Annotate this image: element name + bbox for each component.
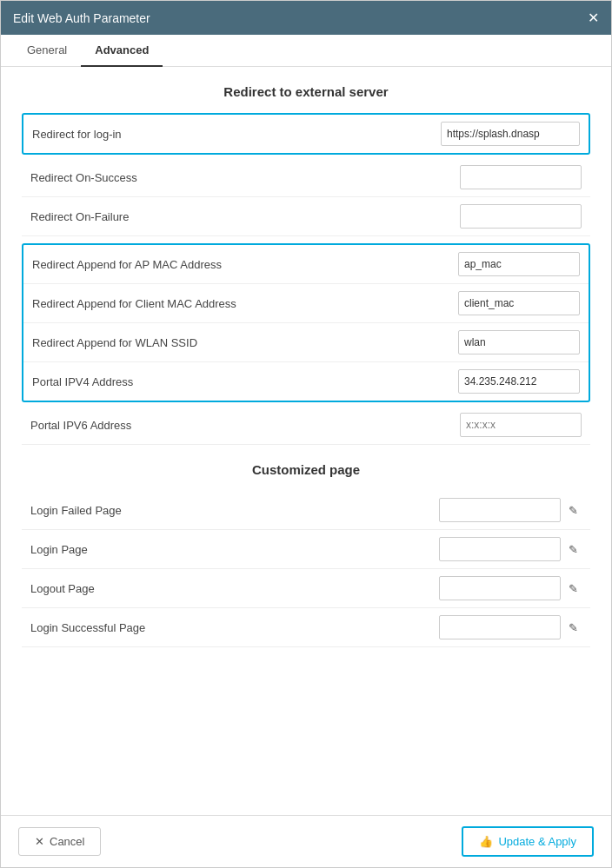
logout-page-edit-icon[interactable]: ✎ — [564, 580, 582, 597]
external-server-title: Redirect to external server — [22, 84, 590, 99]
login-failed-label: Login Failed Page — [30, 504, 439, 517]
login-success-row: Login Successful Page ✎ — [22, 608, 590, 647]
cancel-label: Cancel — [50, 835, 84, 848]
tab-advanced[interactable]: Advanced — [81, 35, 163, 67]
modal-footer: ✕ Cancel 👍 Update & Apply — [1, 815, 611, 867]
ipv6-label: Portal IPV6 Address — [30, 419, 460, 432]
customized-page-title: Customized page — [22, 462, 590, 477]
login-success-label: Login Successful Page — [30, 621, 439, 634]
redirect-login-group: Redirect for log-in — [22, 113, 590, 155]
client-mac-label: Redirect Append for Client MAC Address — [32, 297, 458, 310]
logout-page-input-group: ✎ — [439, 576, 582, 600]
modal-header: Edit Web Auth Parameter ✕ — [1, 1, 611, 35]
wlan-ssid-label: Redirect Append for WLAN SSID — [32, 336, 458, 349]
client-mac-row: Redirect Append for Client MAC Address — [23, 284, 589, 323]
login-failed-input[interactable] — [439, 498, 561, 522]
login-failed-row: Login Failed Page ✎ — [22, 491, 590, 530]
redirect-failure-input[interactable] — [460, 204, 582, 229]
redirect-success-label: Redirect On-Success — [30, 171, 460, 184]
modal-body: Redirect to external server Redirect for… — [1, 67, 611, 815]
ap-mac-row: Redirect Append for AP MAC Address — [23, 245, 589, 284]
login-success-edit-icon[interactable]: ✎ — [564, 619, 582, 636]
close-icon[interactable]: ✕ — [588, 10, 599, 26]
logout-page-input[interactable] — [439, 576, 561, 600]
redirect-login-row: Redirect for log-in — [23, 115, 589, 153]
client-mac-input[interactable] — [458, 291, 580, 315]
login-page-input[interactable] — [439, 537, 561, 561]
redirect-login-label: Redirect for log-in — [32, 128, 441, 141]
ipv4-label: Portal IPV4 Address — [32, 375, 458, 388]
wlan-ssid-row: Redirect Append for WLAN SSID — [23, 323, 589, 362]
ap-mac-input[interactable] — [458, 252, 580, 276]
ipv6-input[interactable] — [460, 413, 582, 437]
login-failed-input-group: ✎ — [439, 498, 582, 522]
redirect-failure-row: Redirect On-Failure — [22, 197, 590, 236]
tab-general[interactable]: General — [13, 35, 81, 67]
login-page-input-group: ✎ — [439, 537, 582, 561]
update-icon: 👍 — [479, 835, 493, 848]
cancel-icon: ✕ — [35, 835, 44, 848]
update-apply-button[interactable]: 👍 Update & Apply — [462, 826, 594, 857]
login-page-label: Login Page — [30, 543, 439, 556]
logout-page-row: Logout Page ✎ — [22, 569, 590, 608]
ipv4-input[interactable] — [458, 369, 580, 394]
login-failed-edit-icon[interactable]: ✎ — [564, 501, 582, 519]
mac-portal-group: Redirect Append for AP MAC Address Redir… — [22, 243, 590, 402]
customized-page-section: Login Failed Page ✎ Login Page ✎ Logout … — [22, 491, 590, 647]
login-success-input-group: ✎ — [439, 615, 582, 639]
ap-mac-label: Redirect Append for AP MAC Address — [32, 258, 458, 271]
modal-container: Edit Web Auth Parameter ✕ General Advanc… — [0, 0, 612, 868]
modal-title: Edit Web Auth Parameter — [13, 11, 150, 25]
login-success-input[interactable] — [439, 615, 561, 639]
update-label: Update & Apply — [498, 835, 576, 848]
login-page-edit-icon[interactable]: ✎ — [564, 540, 582, 558]
login-page-row: Login Page ✎ — [22, 530, 590, 569]
ipv6-row: Portal IPV6 Address — [22, 406, 590, 445]
redirect-success-row: Redirect On-Success — [22, 158, 590, 197]
redirect-failure-label: Redirect On-Failure — [30, 210, 460, 223]
ipv4-row: Portal IPV4 Address — [23, 362, 589, 401]
redirect-login-input[interactable] — [441, 122, 580, 146]
redirect-success-input[interactable] — [460, 165, 582, 189]
tabs-container: General Advanced — [1, 35, 611, 67]
wlan-ssid-input[interactable] — [458, 330, 580, 354]
cancel-button[interactable]: ✕ Cancel — [18, 827, 101, 856]
logout-page-label: Logout Page — [30, 582, 439, 595]
